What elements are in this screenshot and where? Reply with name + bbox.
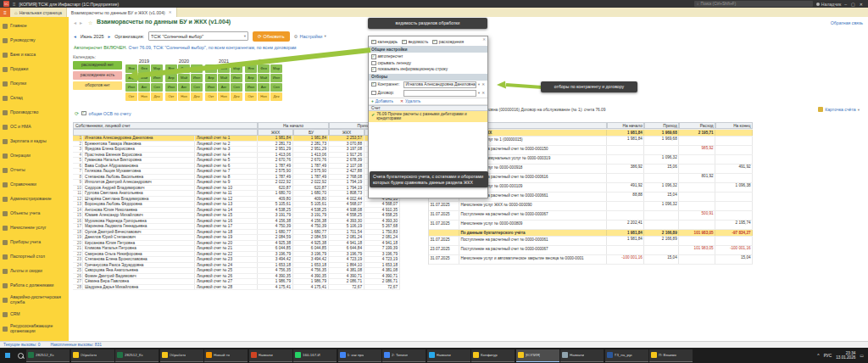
close-tab-icon[interactable]: ✕ xyxy=(169,10,172,14)
calendar-month-cell[interactable]: Июл xyxy=(205,83,217,92)
popup-close-icon[interactable]: ✕ xyxy=(482,37,486,42)
subheader-bu[interactable]: БУ xyxy=(293,129,329,136)
period-label[interactable]: Июнь 2025 xyxy=(81,34,104,39)
chevron-down-icon[interactable]: ▾ xyxy=(244,34,246,38)
taskbar-app-8[interactable]: 1: как пра xyxy=(338,349,381,362)
calendar-month-cell[interactable]: Фев xyxy=(138,64,150,73)
calendar-month-cell[interactable]: Июн xyxy=(191,74,203,82)
delete-button[interactable]: ✕Удалить xyxy=(400,99,420,103)
sidebar-item-18[interactable]: Льготы и скидки xyxy=(0,264,69,278)
main-menu-icon[interactable]: ≡ xyxy=(13,2,16,7)
taskbar-app-7[interactable]: 160-167-И xyxy=(293,349,337,362)
calendar-month-cell[interactable]: Янв xyxy=(245,64,257,73)
sidebar-item-19[interactable]: Работа с должниками xyxy=(0,278,69,293)
calendar-month-cell[interactable]: Янв xyxy=(205,64,217,73)
calendar-month-cell[interactable]: Сен xyxy=(231,83,242,92)
language-indicator[interactable]: РУС xyxy=(824,354,832,358)
filter-input[interactable] xyxy=(403,90,476,97)
settings-button[interactable]: ⚙ Настройки ▾ xyxy=(294,34,326,39)
sidebar-item-7[interactable]: Производство xyxy=(0,105,69,120)
tab-1[interactable]: ⌂Начальная страница xyxy=(10,8,67,17)
global-search-input[interactable]: ○ Поиск (Ctrl+Shift+F) xyxy=(694,1,813,7)
refresh-small-icon[interactable]: ⟳ xyxy=(75,110,79,116)
sidebar-item-6[interactable]: Склад xyxy=(0,91,69,105)
calendar-month-cell[interactable]: Ноя xyxy=(218,92,230,101)
chevron-down-icon[interactable]: ▾ xyxy=(478,82,480,87)
sidebar-item-17[interactable]: Паспортный стол xyxy=(0,249,69,264)
calendar-month-cell[interactable]: Мар xyxy=(191,64,203,73)
taskbar-app-13[interactable]: Названи xyxy=(560,349,604,362)
minimize-button[interactable]: – xyxy=(844,2,847,7)
taskbar-app-15[interactable]: П: Взаимо xyxy=(649,349,693,362)
organization-select[interactable]: ТСЖ "Солнечный выбор" ▾ xyxy=(148,31,248,41)
sidebar-item-8[interactable]: ОС и НМА xyxy=(0,120,69,134)
calendar-month-cell[interactable]: Янв xyxy=(165,64,177,73)
sidebar-item-15[interactable]: Начисление услуг xyxy=(0,221,69,235)
calendar-month-cell[interactable]: Авг xyxy=(138,83,150,92)
taskbar-app-4[interactable]: Обработк xyxy=(160,349,203,362)
calendar-month-cell[interactable]: Окт xyxy=(165,92,177,101)
sidebar-item-12[interactable]: Справочники xyxy=(0,177,69,192)
calendar-month-cell[interactable]: Мар xyxy=(270,64,282,73)
maximize-button[interactable]: ▢ xyxy=(851,2,855,7)
refresh-button[interactable]: ⟳ Обновить xyxy=(253,31,290,42)
forward-icon[interactable]: ▸ xyxy=(80,20,82,25)
calendar-month-cell[interactable]: Фев xyxy=(218,64,230,73)
clear-icon[interactable]: ✕ xyxy=(481,82,485,87)
detail-row[interactable]: 31.07.2025Начисление услуг и автоматичес… xyxy=(429,255,753,265)
calendar-month-cell[interactable]: Авг xyxy=(258,83,270,92)
taskbar-app-1[interactable]: 282512_Кс xyxy=(26,349,70,362)
table-row[interactable]: 28Шадрина Дарья МихайловнаЛицевой счет №… xyxy=(73,285,400,291)
calendar-month-cell[interactable]: Окт xyxy=(245,92,257,101)
calendar-month-cell[interactable]: Сен xyxy=(191,83,203,92)
detail-row[interactable]: 31.07.2025Поступление на расчетный счет … xyxy=(429,211,753,221)
clear-icon[interactable]: ✕ xyxy=(481,91,485,95)
calendar-month-cell[interactable]: Мар xyxy=(231,64,242,73)
sidebar-item-2[interactable]: Руководству xyxy=(0,33,69,47)
calendar-month-cell[interactable]: Ноя xyxy=(258,92,270,101)
column-nachalo[interactable]: На начало xyxy=(607,122,644,129)
autorecalc-link[interactable]: Автопересчет ВКЛЮЧЕН. Счет 76.09, ТСЖ "С… xyxy=(74,45,297,50)
sidebar-item-5[interactable]: Покупки xyxy=(0,76,69,91)
calendar-month-cell[interactable]: Май xyxy=(178,74,190,82)
calendar-month-cell[interactable]: Фев xyxy=(178,64,190,73)
calendar-month-cell[interactable]: Июн xyxy=(231,74,242,82)
sidebar-item-22[interactable]: Ресурсоснабжающие организации xyxy=(0,321,69,336)
visibility-checkbox-3[interactable]: ✓расхождения xyxy=(432,40,464,45)
sidebar-item-9[interactable]: Зарплата и кадры xyxy=(0,134,69,148)
calendar-month-cell[interactable]: Июн xyxy=(151,74,163,82)
column-header-owners[interactable]: Собственники, лицевой счет xyxy=(73,122,258,129)
taskbar-app-12[interactable]: [КОПИЯ] xyxy=(516,349,559,362)
sidebar-item-13[interactable]: Администрирование xyxy=(0,192,69,206)
tray-chevron-icon[interactable]: ^ xyxy=(817,353,819,358)
calendar-month-cell[interactable]: Ноя xyxy=(178,92,190,101)
osv-link[interactable]: общая ОСВ по счету xyxy=(89,111,131,116)
notifications-icon[interactable]: ▭ xyxy=(860,353,864,358)
subheader-gkh[interactable]: ЖКХ xyxy=(329,129,364,136)
checkbox-icon[interactable]: ✓ xyxy=(371,82,376,87)
calendar-month-cell[interactable]: Июл xyxy=(245,83,257,92)
period-next-icon[interactable]: ▸ xyxy=(108,34,111,39)
calendar-month-cell[interactable]: Фев xyxy=(258,64,270,73)
taskbar-search-icon[interactable] xyxy=(15,349,25,362)
calendar-month-cell[interactable]: Май xyxy=(138,74,150,82)
setting-checkbox-3[interactable]: ✓показывать информационную строку xyxy=(371,66,485,73)
sidebar-item-20[interactable]: Аварийно-диспетчерская служба xyxy=(0,293,69,307)
sidebar-item-1[interactable]: Главное xyxy=(0,19,69,33)
feedback-link[interactable]: Обратная связь xyxy=(831,20,863,25)
add-button[interactable]: +Добавить xyxy=(371,99,393,103)
setting-checkbox-2[interactable]: скрывать легенду xyxy=(371,60,485,67)
taskbar-app-14[interactable]: ТЗ_на_рус xyxy=(605,349,648,362)
taskbar-app-9[interactable]: 2: Типичн xyxy=(382,349,426,362)
sidebar-item-16[interactable]: Приборы учета xyxy=(0,235,69,249)
calendar-month-cell[interactable]: Апр xyxy=(205,74,217,82)
calendar-month-cell[interactable]: Дек xyxy=(231,92,242,101)
calendar-month-cell[interactable]: Мар xyxy=(151,64,163,73)
calendar-month-cell[interactable]: Ноя xyxy=(138,92,150,101)
taskbar-app-5[interactable]: Новый то xyxy=(204,349,248,362)
detail-row[interactable]: 31.07.2025Поступление на расчетный счет … xyxy=(429,237,753,246)
calendar-month-cell[interactable]: Апр xyxy=(165,74,177,82)
calendar-month-cell[interactable]: Дек xyxy=(151,92,163,101)
back-icon[interactable]: ◂ xyxy=(74,20,76,25)
taskbar-app-2[interactable]: Обработк xyxy=(71,349,114,362)
